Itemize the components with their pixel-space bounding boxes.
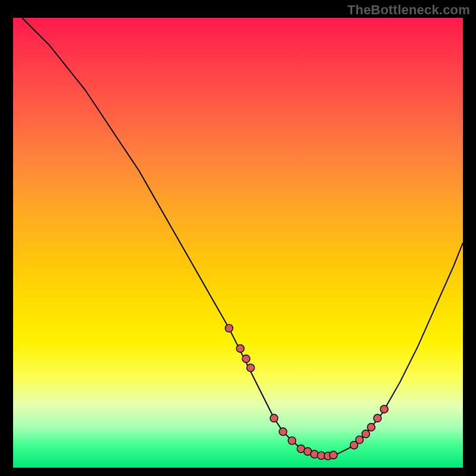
highlight-dot [367, 424, 375, 431]
highlight-dot [362, 430, 369, 438]
plot-area [13, 18, 463, 468]
highlight-dot [311, 450, 318, 458]
highlight-dots [225, 324, 388, 460]
highlight-dot [288, 437, 296, 444]
highlight-dot [279, 428, 287, 436]
highlight-dot [356, 436, 364, 444]
watermark-text: TheBottleneck.com [347, 2, 470, 18]
curve-svg [13, 18, 463, 468]
highlight-dot [270, 414, 278, 422]
highlight-dot [374, 414, 381, 422]
highlight-dot [247, 364, 255, 372]
highlight-dot [242, 355, 250, 363]
highlight-dot [380, 405, 388, 413]
highlight-dot [236, 345, 244, 352]
highlight-dot [225, 324, 233, 332]
chart-frame: TheBottleneck.com [0, 0, 476, 476]
bottleneck-curve [22, 18, 463, 456]
highlight-dot [330, 451, 337, 459]
